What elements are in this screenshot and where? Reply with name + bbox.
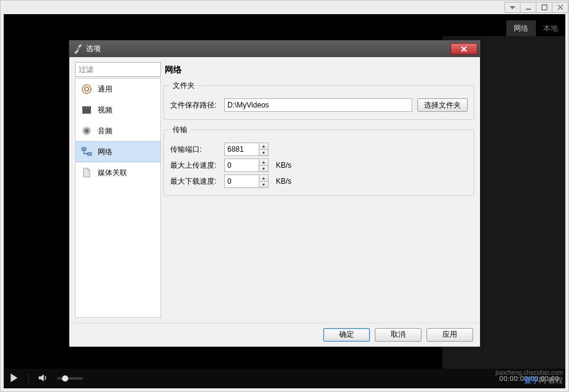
document-icon — [80, 167, 93, 179]
svg-rect-21 — [87, 152, 92, 155]
upload-input[interactable] — [224, 159, 259, 172]
sidebar-item-label: 音频 — [98, 126, 112, 136]
path-label: 文件保存路径: — [170, 100, 219, 111]
apply-button[interactable]: 应用 — [426, 328, 473, 342]
sidebar-item-general[interactable]: 通用 — [76, 79, 160, 100]
spin-down-icon[interactable]: ▼ — [259, 166, 268, 172]
spin-up-icon[interactable]: ▲ — [259, 175, 268, 182]
port-label: 传输端口: — [170, 144, 219, 155]
dialog-title: 选项 — [86, 44, 101, 54]
watermark-blue: 查字 — [524, 376, 539, 385]
upload-label: 最大上传速度: — [170, 160, 219, 171]
dialog-sidebar: 通用 视频 音频 — [75, 62, 161, 318]
network-icon — [80, 146, 93, 158]
svg-point-19 — [86, 130, 88, 132]
svg-point-11 — [85, 87, 88, 91]
sidebar-item-label: 视频 — [98, 105, 112, 116]
svg-point-10 — [82, 85, 91, 93]
content-title: 网络 — [163, 62, 474, 80]
sidebar-item-audio[interactable]: 音频 — [76, 120, 160, 141]
player-divider — [28, 373, 29, 384]
sidebar-list: 通用 视频 音频 — [75, 78, 161, 318]
volume-slider[interactable] — [57, 377, 83, 380]
gear-icon — [80, 83, 93, 95]
dialog-main: 通用 视频 音频 — [70, 57, 479, 323]
clapperboard-icon — [80, 104, 93, 116]
port-input[interactable] — [224, 143, 259, 156]
window-maximize-button[interactable] — [536, 2, 552, 13]
sidebar-item-label: 媒体关联 — [98, 168, 127, 178]
watermark-gray: 网 教程 — [539, 376, 563, 385]
options-dialog: 选项 通用 — [69, 40, 481, 347]
speaker-icon — [80, 125, 93, 137]
svg-point-7 — [77, 48, 79, 50]
panel-tabs: 网络 本地 — [506, 20, 565, 36]
filter-input[interactable] — [75, 62, 161, 77]
spin-down-icon[interactable]: ▼ — [259, 150, 268, 156]
svg-rect-1 — [526, 9, 531, 10]
dialog-content: 网络 文件夹 文件保存路径: 选择文件夹 传输 传输端口: — [163, 62, 474, 318]
dialog-footer: 确定 取消 应用 — [70, 323, 479, 346]
upload-spinner[interactable]: ▲ ▼ — [224, 159, 269, 172]
svg-rect-20 — [82, 147, 86, 151]
window-close-button[interactable] — [552, 2, 568, 13]
path-input[interactable] — [224, 98, 412, 112]
transfer-group: 传输 传输端口: ▲ ▼ 最大上传速度: — [163, 125, 474, 196]
browse-button[interactable]: 选择文件夹 — [417, 98, 468, 112]
sidebar-item-network[interactable]: 网络 — [76, 141, 160, 162]
volume-icon[interactable] — [39, 374, 47, 384]
upload-unit: KB/s — [276, 161, 291, 170]
sidebar-item-video[interactable]: 视频 — [76, 100, 160, 120]
window-minimize-button[interactable] — [520, 2, 536, 13]
spin-down-icon[interactable]: ▼ — [259, 182, 268, 188]
tab-network[interactable]: 网络 — [506, 20, 536, 36]
download-unit: KB/s — [276, 177, 291, 186]
download-input[interactable] — [224, 174, 259, 188]
folder-legend: 文件夹 — [170, 80, 197, 91]
volume-thumb[interactable] — [62, 375, 68, 382]
sidebar-item-assoc[interactable]: 媒体关联 — [76, 162, 160, 183]
dialog-close-button[interactable] — [450, 43, 477, 55]
window-config-button[interactable] — [504, 2, 520, 13]
watermark-badge: 查字网 教程 — [524, 375, 563, 386]
sidebar-item-label: 网络 — [98, 147, 112, 157]
play-icon[interactable] — [10, 374, 18, 384]
svg-marker-6 — [39, 374, 44, 382]
sidebar-item-label: 通用 — [98, 84, 112, 95]
transfer-legend: 传输 — [170, 125, 190, 135]
window-titlebar — [1, 1, 568, 14]
cancel-button[interactable]: 取消 — [375, 328, 422, 342]
svg-rect-2 — [542, 5, 547, 10]
download-label: 最大下载速度: — [170, 176, 219, 187]
tab-local[interactable]: 本地 — [536, 20, 565, 36]
svg-marker-5 — [10, 374, 17, 382]
player-controls: 00:00:00/00:00:00 — [4, 369, 565, 388]
port-spinner[interactable]: ▲ ▼ — [224, 143, 269, 156]
spin-up-icon[interactable]: ▲ — [259, 143, 268, 150]
folder-group: 文件夹 文件保存路径: 选择文件夹 — [163, 80, 474, 120]
dialog-titlebar[interactable]: 选项 — [69, 41, 480, 57]
download-spinner[interactable]: ▲ ▼ — [224, 174, 269, 188]
ok-button[interactable]: 确定 — [323, 328, 370, 342]
wrench-icon — [73, 44, 83, 54]
dialog-body: 通用 视频 音频 — [69, 57, 480, 347]
svg-marker-0 — [509, 6, 516, 9]
spin-up-icon[interactable]: ▲ — [259, 159, 268, 166]
svg-rect-12 — [82, 108, 91, 114]
